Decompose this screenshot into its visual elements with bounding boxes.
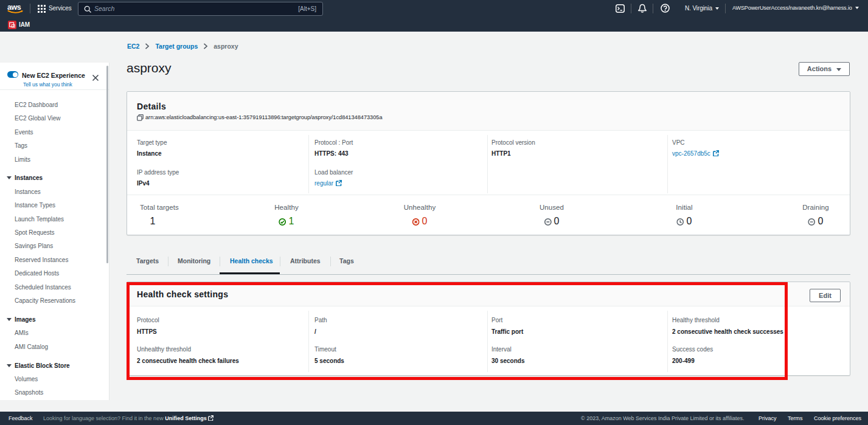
svg-text:aws: aws — [7, 3, 21, 12]
